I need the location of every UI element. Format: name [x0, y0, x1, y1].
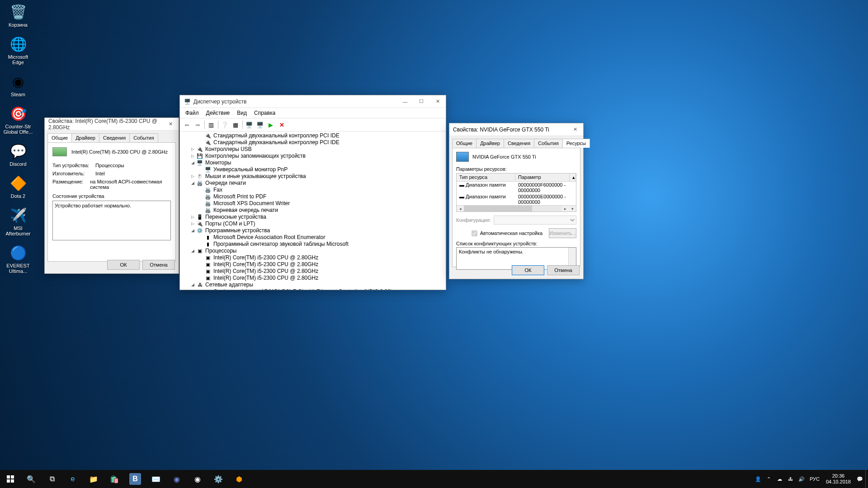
tree-node[interactable]: 🖨️Fax [183, 187, 446, 193]
tab-События[interactable]: События [129, 133, 158, 142]
tree-node[interactable]: ▣Intel(R) Core(TM) i5-2300 CPU @ 2.80GHz [183, 261, 446, 268]
back-button[interactable]: ⬅ [182, 120, 192, 130]
status-field[interactable]: Устройство работает нормально. [52, 201, 171, 240]
vk-taskbar-icon[interactable]: B [129, 473, 141, 485]
close-button[interactable]: ✕ [567, 124, 583, 136]
tree-node[interactable]: 🔌Стандартный двухканальный контроллер PC… [183, 132, 446, 139]
tree-node[interactable]: ▣Intel(R) Core(TM) i5-2300 CPU @ 2.80GHz [183, 275, 446, 282]
forward-button[interactable]: ➡ [193, 120, 203, 130]
resource-row[interactable]: ▬ Диапазон памяти00000000E0000000 - 0000… [457, 193, 576, 205]
help-button[interactable]: ❔ [220, 120, 230, 130]
edge-icon[interactable]: 🌐Microsoft Edge [2, 34, 34, 65]
resource-row[interactable]: ▬ Диапазон памяти00000000F6000000 - 0000… [457, 182, 576, 193]
msi-afterburner-icon[interactable]: ✈️MSI Afterburner [2, 206, 34, 236]
expand-toggle-icon[interactable]: ▷ [190, 147, 195, 152]
tree-node[interactable]: ▷🖱️Мыши и иные указывающие устройства [183, 173, 446, 180]
properties-button[interactable]: ▦ [231, 120, 241, 130]
expand-toggle-icon[interactable]: ▷ [190, 174, 195, 179]
expand-toggle-icon[interactable]: ▷ [190, 154, 195, 159]
mail-taskbar-icon[interactable]: ✉️ [146, 470, 166, 488]
close-button[interactable]: ✕ [162, 118, 179, 130]
resource-list[interactable]: Тип ресурса Параметр ▴ ▬ Диапазон памяти… [456, 173, 576, 212]
tree-node[interactable]: 🖥️Универсальный монитор PnP [183, 166, 446, 173]
tree-node[interactable]: ▷🔌Порты (COM и LPT) [183, 221, 446, 227]
close-button[interactable]: ✕ [429, 96, 446, 108]
cancel-button[interactable]: Отмена [547, 265, 580, 275]
edge-taskbar-icon[interactable]: e [62, 470, 83, 488]
tab-Сведения[interactable]: Сведения [99, 133, 130, 142]
menu-Справка[interactable]: Справка [251, 109, 278, 117]
menu-Файл[interactable]: Файл [183, 109, 202, 117]
tree-node[interactable]: ◢▣Процессоры [183, 248, 446, 254]
language-indicator[interactable]: РУС [807, 470, 822, 488]
tree-node[interactable]: 🖨️Корневая очередь печати [183, 207, 446, 214]
action-center-icon[interactable]: 💬 [854, 470, 865, 488]
tree-node[interactable]: ▷🔌Контроллеры USB [183, 146, 446, 153]
tree-node[interactable]: ▣Intel(R) Core(TM) i5-2300 CPU @ 2.80GHz [183, 268, 446, 275]
tree-node[interactable]: ▣Intel(R) Core(TM) i5-2300 CPU @ 2.80GHz [183, 254, 446, 261]
onedrive-icon[interactable]: ☁ [774, 470, 785, 488]
tree-node[interactable]: ▷📱Переносные устройства [183, 214, 446, 221]
scroll-down-icon[interactable]: ▾ [569, 206, 576, 211]
tree-node[interactable]: ◢⚙️Программные устройства [183, 227, 446, 234]
app-taskbar-icon[interactable]: ⬢ [229, 470, 250, 488]
col-parameter[interactable]: Параметр [515, 174, 570, 181]
enable-button[interactable]: ▶ [266, 120, 276, 130]
tray-chevron-up-icon[interactable]: ⌃ [764, 470, 774, 488]
discord-taskbar-icon[interactable]: ◉ [166, 470, 187, 488]
device-tree[interactable]: 🔌Стандартный двухканальный контроллер PC… [180, 131, 446, 290]
tab-Ресурсы[interactable]: Ресурсы [562, 139, 590, 148]
csgo-icon[interactable]: 🎯Counter-Str Global Offe... [2, 104, 34, 135]
expand-toggle-icon[interactable]: ◢ [190, 249, 195, 254]
show-hide-tree-button[interactable]: ▥ [206, 120, 216, 130]
titlebar[interactable]: Свойства: NVIDIA GeForce GTX 550 Ti ✕ [449, 123, 583, 136]
cancel-button[interactable]: Отмена [142, 260, 175, 270]
col-resource-type[interactable]: Тип ресурса [457, 174, 515, 181]
scroll-left-icon[interactable]: ◂ [457, 206, 464, 211]
task-view-button[interactable]: ⧉ [42, 470, 62, 488]
tree-node[interactable]: 🖨️Microsoft Print to PDF [183, 193, 446, 200]
tab-Сведения[interactable]: Сведения [504, 139, 534, 148]
everest-icon[interactable]: 🔵EVEREST Ultima... [2, 243, 34, 274]
recycle-bin-icon[interactable]: 🗑️Корзина [2, 2, 34, 28]
tree-node[interactable]: 🖧Qualcomm Atheros AR8151 PCI-E Gigabit E… [183, 288, 446, 290]
ok-button[interactable]: ОК [512, 265, 544, 275]
tree-node[interactable]: ▮Microsoft Device Association Root Enume… [183, 234, 446, 241]
steam-icon[interactable]: ◉Steam [2, 72, 34, 97]
start-button[interactable] [0, 470, 21, 488]
volume-icon[interactable]: 🔊 [796, 470, 807, 488]
minimize-button[interactable]: — [397, 96, 413, 108]
file-explorer-taskbar-icon[interactable]: 📁 [83, 470, 104, 488]
tree-node[interactable]: ▷💾Контроллеры запоминающих устройств [183, 153, 446, 160]
menu-Действие[interactable]: Действие [203, 109, 233, 117]
tab-Драйвер[interactable]: Драйвер [71, 133, 99, 142]
tree-node[interactable]: 🖨️Microsoft XPS Document Writer [183, 200, 446, 207]
expand-toggle-icon[interactable]: ▷ [190, 221, 195, 227]
tab-Общие[interactable]: Общие [47, 133, 72, 142]
tree-node[interactable]: ▮Программный синтезатор звуковой таблицы… [183, 241, 446, 248]
tab-События[interactable]: События [534, 139, 562, 148]
tab-Драйвер[interactable]: Драйвер [476, 139, 504, 148]
titlebar[interactable]: 🖥️ Диспетчер устройств — ☐ ✕ [180, 95, 446, 108]
update-driver-button[interactable]: 🖥️ [244, 120, 254, 130]
ok-button[interactable]: ОК [107, 260, 140, 270]
tab-Общие[interactable]: Общие [452, 139, 476, 148]
uninstall-button[interactable]: ✕ [277, 120, 287, 130]
dota2-icon[interactable]: 🔶Dota 2 [2, 174, 34, 199]
scroll-up-icon[interactable]: ▴ [570, 174, 576, 181]
show-desktop-button[interactable] [865, 470, 868, 488]
expand-toggle-icon[interactable]: ◢ [190, 160, 195, 166]
expand-toggle-icon[interactable]: ◢ [190, 228, 195, 234]
search-button[interactable]: 🔍 [21, 470, 42, 488]
tree-node[interactable]: ◢🖨️Очереди печати [183, 180, 446, 187]
tree-node[interactable]: ◢🖧Сетевые адаптеры [183, 282, 446, 288]
tree-node[interactable]: 🔌Стандартный двухканальный контроллер PC… [183, 139, 446, 146]
horizontal-scrollbar[interactable]: ◂ ▸ ▾ [457, 205, 576, 211]
scan-hardware-button[interactable]: 🖥️ [255, 120, 265, 130]
titlebar[interactable]: Свойства: Intel(R) Core(TM) i5-2300 CPU … [45, 118, 179, 131]
expand-toggle-icon[interactable]: ◢ [190, 282, 195, 288]
tree-node[interactable]: ◢🖥️Мониторы [183, 160, 446, 166]
settings-taskbar-icon[interactable]: ⚙️ [208, 470, 229, 488]
store-taskbar-icon[interactable]: 🛍️ [104, 470, 125, 488]
expand-toggle-icon[interactable]: ▷ [190, 215, 195, 220]
